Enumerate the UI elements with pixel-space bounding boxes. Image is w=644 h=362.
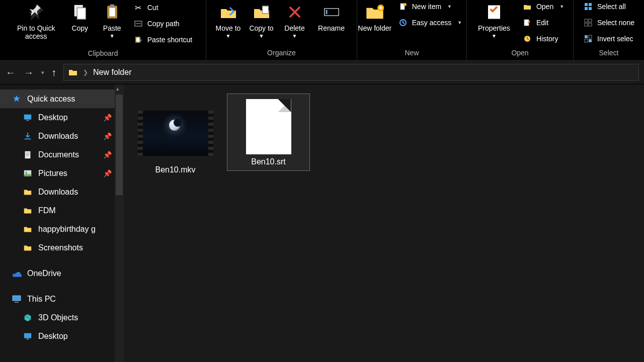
navigation-pane: Quick access Desktop 📌 Downloads 📌 Docum… <box>0 84 124 362</box>
back-button[interactable]: ← <box>5 67 16 78</box>
svg-rect-15 <box>488 6 500 19</box>
svg-rect-27 <box>589 35 592 38</box>
ribbon-group-select: Select all Select none Invert selec Sele… <box>574 0 644 60</box>
sidebar-item-label: Downloads <box>38 132 78 141</box>
select-none-icon <box>583 19 593 27</box>
svg-rect-7 <box>136 38 139 42</box>
sidebar-item-pictures[interactable]: Pictures 📌 <box>0 164 115 183</box>
svg-rect-25 <box>589 23 592 26</box>
svg-rect-20 <box>585 7 588 10</box>
edit-icon <box>522 19 532 27</box>
history-label: History <box>536 35 558 43</box>
breadcrumb-current[interactable]: New folder <box>93 68 131 77</box>
sidebar-item-screenshots[interactable]: Screenshots <box>0 238 115 257</box>
svg-rect-36 <box>13 296 21 301</box>
sidebar-item-label: Pictures <box>38 169 67 178</box>
up-button[interactable]: ↑ <box>51 67 56 78</box>
paste-button[interactable]: Paste ▼ <box>96 0 128 45</box>
nav-tree: Quick access Desktop 📌 Downloads 📌 Docum… <box>0 84 115 345</box>
explorer-body: Quick access Desktop 📌 Downloads 📌 Docum… <box>0 84 644 362</box>
organize-group-label: Organize <box>267 47 296 60</box>
svg-rect-1 <box>77 8 86 20</box>
svg-rect-18 <box>585 3 588 6</box>
easy-access-button[interactable]: Easy access ▼ <box>396 16 464 29</box>
sidebar-item-downloads[interactable]: Downloads 📌 <box>0 127 115 145</box>
new-item-label: New item <box>412 3 441 11</box>
easy-access-label: Easy access <box>412 19 452 27</box>
chevron-down-icon: ▼ <box>447 4 452 9</box>
paste-shortcut-button[interactable]: Paste shortcut <box>131 33 195 46</box>
sidebar-item-label: Desktop <box>38 332 68 341</box>
select-none-button[interactable]: Select none <box>581 16 636 29</box>
scissors-icon: ✂ <box>133 3 143 13</box>
sidebar-item-documents[interactable]: Documents 📌 <box>0 145 115 164</box>
forward-button[interactable]: → <box>23 67 34 78</box>
file-tile-srt[interactable]: Ben10.srt <box>227 94 310 171</box>
svg-rect-19 <box>589 3 592 6</box>
cut-button[interactable]: ✂ Cut <box>131 1 195 14</box>
pin-icon: 📌 <box>103 114 112 122</box>
copy-path-button[interactable]: Copy path <box>131 17 195 30</box>
cut-label: Cut <box>147 4 158 12</box>
svg-rect-29 <box>589 39 592 42</box>
delete-icon <box>287 1 302 23</box>
sidebar-quick-access[interactable]: Quick access <box>0 89 115 108</box>
invert-selection-button[interactable]: Invert selec <box>581 32 636 45</box>
sidebar-onedrive[interactable]: OneDrive <box>0 264 115 283</box>
chevron-right-icon: ❯ <box>83 69 88 76</box>
desktop-icon <box>22 113 33 122</box>
onedrive-label: OneDrive <box>27 269 61 278</box>
file-name-label: Ben10.mkv <box>155 165 195 174</box>
file-thumbnail <box>231 100 306 150</box>
ribbon: Pin to Quick access Copy Paste ▼ ✂ Cut <box>0 0 644 60</box>
properties-icon <box>485 1 503 23</box>
this-pc-label: This PC <box>27 295 56 304</box>
sidebar-item-happybirthday[interactable]: happybirthday g <box>0 220 115 238</box>
new-item-button[interactable]: New item ▼ <box>396 0 464 13</box>
sidebar-item-desktop[interactable]: Desktop 📌 <box>0 108 115 127</box>
rename-button[interactable]: Rename <box>311 0 352 45</box>
sidebar-item-label: happybirthday g <box>38 225 96 234</box>
paste-shortcut-icon <box>133 36 143 44</box>
file-list[interactable]: Ben10.mkv Ben10.srt <box>124 84 644 362</box>
move-to-button[interactable]: Move to ▼ <box>212 0 245 45</box>
ribbon-group-clipboard: Pin to Quick access Copy Paste ▼ ✂ Cut <box>0 0 206 60</box>
select-all-label: Select all <box>597 3 626 11</box>
sidebar-scrollbar[interactable]: ▴ <box>115 84 124 362</box>
sidebar-item-label: Desktop <box>38 113 68 122</box>
copy-to-button[interactable]: Copy to ▼ <box>245 0 278 45</box>
sidebar-this-pc[interactable]: This PC <box>0 290 115 308</box>
onedrive-icon <box>11 268 22 279</box>
recent-locations-button[interactable]: ▾ <box>41 69 44 76</box>
sidebar-item-label: Documents <box>38 150 79 159</box>
scrollbar-thumb[interactable] <box>116 95 123 195</box>
chevron-down-icon: ▼ <box>259 33 264 39</box>
svg-rect-23 <box>589 19 592 22</box>
sidebar-item-pc-desktop[interactable]: Desktop <box>0 327 115 345</box>
open-button[interactable]: Open ▼ <box>520 0 566 13</box>
ribbon-group-organize: Move to ▼ Copy to ▼ Delete ▼ <box>206 0 357 60</box>
new-folder-button[interactable]: New folder <box>357 0 393 45</box>
address-bar[interactable]: ❯ New folder <box>63 64 639 81</box>
svg-rect-21 <box>589 7 592 10</box>
sidebar-item-fdm[interactable]: FDM <box>0 201 115 220</box>
copy-button[interactable]: Copy <box>64 0 96 45</box>
sidebar-item-label: 3D Objects <box>38 313 78 322</box>
sidebar-item-3d-objects[interactable]: 3D Objects <box>0 308 115 327</box>
pin-to-quick-access-button[interactable]: Pin to Quick access <box>9 0 64 45</box>
new-item-icon <box>398 3 408 11</box>
pin-icon: 📌 <box>103 169 112 177</box>
svg-rect-31 <box>26 120 29 121</box>
edit-button[interactable]: Edit <box>520 16 566 29</box>
chevron-down-icon: ▼ <box>492 33 497 39</box>
rename-icon <box>323 1 340 23</box>
svg-rect-22 <box>585 19 588 22</box>
history-button[interactable]: History <box>520 32 566 45</box>
file-tile-video[interactable]: Ben10.mkv <box>134 94 217 179</box>
open-label: Open <box>536 3 553 11</box>
sidebar-item-downloads-2[interactable]: Downloads <box>0 183 115 201</box>
properties-button[interactable]: Properties ▼ <box>471 0 517 45</box>
download-icon <box>22 132 33 141</box>
select-all-button[interactable]: Select all <box>581 0 636 13</box>
delete-button[interactable]: Delete ▼ <box>278 0 311 45</box>
